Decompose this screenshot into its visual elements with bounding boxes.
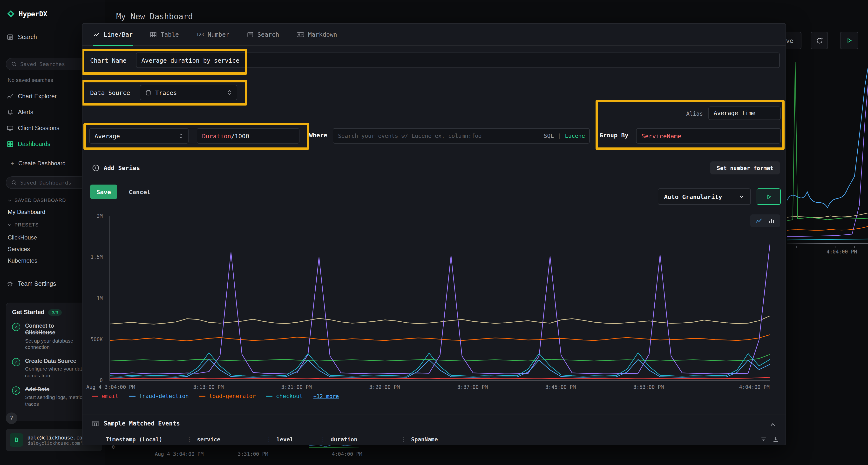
legend-dash-icon <box>129 396 135 397</box>
table-icon <box>150 31 157 38</box>
check-circle-icon: ✓ <box>12 386 20 394</box>
chart-plot-area[interactable] <box>110 217 770 381</box>
chart-y-axis: 0500K1M1.5M2M <box>83 217 105 381</box>
y-axis-tick-label: 1M <box>97 295 103 301</box>
legend-label: fraud-detection <box>138 393 189 399</box>
section-saved-dashboards[interactable]: SAVED DASHBOARD <box>8 198 66 203</box>
plus-icon: + <box>10 160 14 167</box>
run-query-button[interactable] <box>756 189 781 205</box>
download-icon[interactable] <box>773 436 779 442</box>
add-series-button[interactable]: Add Series <box>92 164 140 171</box>
column-header-spanname[interactable]: ⋮SpanName <box>401 436 756 443</box>
alias-input[interactable]: Average Time <box>708 106 781 120</box>
create-dashboard-button[interactable]: + Create Dashboard <box>10 160 66 167</box>
column-header-timestamp[interactable]: Timestamp (Local) <box>105 436 187 443</box>
tab-markdown[interactable]: Markdown <box>297 23 337 45</box>
tab-line-bar[interactable]: Line/Bar <box>93 23 133 45</box>
play-icon <box>766 194 772 200</box>
tab-number[interactable]: 123 Number <box>196 23 229 45</box>
sidebar-item-chart-explorer[interactable]: Chart Explorer <box>7 93 57 100</box>
column-separator: ⋮ <box>266 436 272 443</box>
sample-events-table-header: Timestamp (Local) ⋮service ⋮level ⋮durat… <box>105 436 756 443</box>
column-header-duration[interactable]: ⋮duration <box>320 436 401 443</box>
chart-line-load-generator <box>110 335 770 341</box>
sample-events-header[interactable]: Sample Matched Events <box>92 420 180 427</box>
saved-searches-input[interactable] <box>20 61 88 67</box>
legend-item-fraud-detection[interactable]: fraud-detection <box>129 393 189 399</box>
text-caret <box>240 57 240 64</box>
sidebar-item-my-dashboard[interactable]: My Dashboard <box>8 209 45 215</box>
column-header-level[interactable]: ⋮level <box>266 436 320 443</box>
lucene-toggle[interactable]: Lucene <box>565 133 585 139</box>
search-icon <box>11 180 17 186</box>
tab-table[interactable]: Table <box>150 23 179 45</box>
search-logs-icon <box>7 34 13 40</box>
y-axis-tick-label: 500K <box>90 336 103 342</box>
legend-dash-icon <box>92 396 98 397</box>
where-label: Where <box>309 132 327 139</box>
legend-dash-icon <box>267 396 273 397</box>
chart-editor-modal: Line/Bar Table 123 Number Search Markdow… <box>82 23 786 445</box>
sql-toggle[interactable]: SQL <box>544 133 554 139</box>
chart-name-input[interactable]: Average duration by service <box>136 53 780 68</box>
select-chevrons-icon <box>179 133 183 139</box>
legend-dash-icon <box>199 396 206 397</box>
monitor-icon <box>7 125 13 132</box>
number-123-icon: 123 <box>196 32 204 37</box>
y-axis-tick-label: 2M <box>97 213 103 219</box>
chevron-down-icon <box>8 223 11 227</box>
legend-item-email[interactable]: email <box>92 393 118 399</box>
filter-icon[interactable] <box>761 436 767 442</box>
sidebar-item-clickhouse[interactable]: ClickHouse <box>8 234 37 241</box>
sidebar-item-services[interactable]: Services <box>8 246 30 253</box>
markdown-icon <box>297 31 304 38</box>
granularity-select[interactable]: Auto Granularity <box>658 189 751 205</box>
group-by-label: Group By <box>599 132 628 139</box>
column-header-service[interactable]: ⋮service <box>187 436 266 443</box>
x-axis-tick-label: 4:04:00 PM <box>739 384 770 390</box>
set-number-format-button[interactable]: Set number format <box>711 161 780 174</box>
get-started-title: Get Started <box>12 309 44 315</box>
search-list-icon <box>247 31 253 38</box>
sidebar-item-dashboards[interactable]: Dashboards <box>7 141 51 147</box>
x-axis-tick-label: 3:21:00 PM <box>281 384 312 390</box>
column-separator: ⋮ <box>187 436 192 443</box>
no-saved-searches-text: No saved searches <box>8 77 53 83</box>
check-circle-icon: ✓ <box>12 323 20 331</box>
legend-item-checkout[interactable]: checkout <box>267 393 303 399</box>
sidebar-item-kubernetes[interactable]: Kubernetes <box>8 257 37 264</box>
divider <box>83 414 785 414</box>
page-title: My New Dashboard <box>116 12 193 21</box>
help-button[interactable]: ? <box>6 412 18 424</box>
chart-line-icon <box>7 93 13 100</box>
aggregation-select[interactable]: Average <box>89 128 189 143</box>
alias-label: Alias <box>686 110 703 117</box>
collapse-chevron-up-icon[interactable] <box>770 422 776 428</box>
database-icon <box>145 89 151 96</box>
legend-label: checkout <box>276 393 303 399</box>
sidebar-item-search[interactable]: Search <box>7 34 37 40</box>
legend-item-load-generator[interactable]: load-generator <box>199 393 256 399</box>
saved-dashboards-input[interactable] <box>20 179 88 186</box>
legend-more-link[interactable]: +12 more <box>313 393 339 399</box>
bell-icon <box>7 109 13 115</box>
sidebar-item-team-settings[interactable]: Team Settings <box>7 280 56 287</box>
table-icon <box>92 420 99 427</box>
chart-line-series-purple <box>110 243 770 374</box>
save-button[interactable]: Save <box>90 185 117 199</box>
chevron-down-icon <box>739 194 745 199</box>
data-source-select[interactable]: Traces <box>140 85 237 100</box>
brand[interactable]: HyperDX <box>7 10 47 18</box>
tab-search[interactable]: Search <box>247 23 279 45</box>
cancel-button[interactable]: Cancel <box>124 185 155 199</box>
x-axis-tick-label: Aug 4 3:04:00 PM <box>86 384 135 390</box>
background-x-tick: 4:04:00 PM <box>332 451 362 457</box>
sidebar-item-client-sessions[interactable]: Client Sessions <box>7 125 59 132</box>
x-axis-tick-label: 3:53:00 PM <box>633 384 664 390</box>
column-separator: ⋮ <box>320 436 326 443</box>
field-expression-input[interactable]: Duration/1000 <box>197 128 300 143</box>
sidebar-item-alerts[interactable]: Alerts <box>7 109 33 115</box>
get-started-progress-badge: 3/3 <box>49 309 61 315</box>
section-presets[interactable]: PRESETS <box>8 222 38 227</box>
group-by-input[interactable]: ServiceName <box>636 128 781 143</box>
